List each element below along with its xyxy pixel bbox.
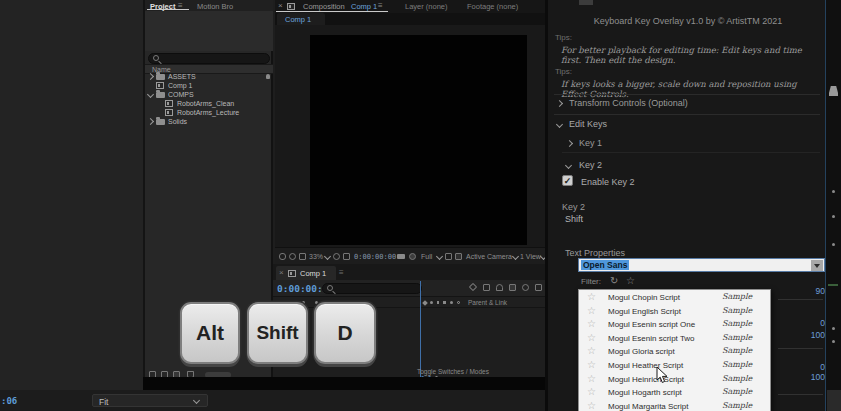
combobox-arrow-button[interactable] (811, 260, 823, 271)
viewer-tool-icon[interactable] (299, 253, 306, 260)
font-list-item[interactable]: ☆ Mogul Chopin Script Sample (579, 290, 771, 304)
section-key1[interactable]: Key 1 (579, 138, 602, 148)
transparency-grid-icon[interactable] (455, 253, 462, 260)
tab-composition-label[interactable]: Composition (303, 2, 345, 11)
star-icon[interactable]: ☆ (587, 332, 596, 343)
keycap-alt: Alt (180, 302, 240, 364)
ruler-icon[interactable] (343, 253, 350, 260)
switch-column-icon (457, 301, 460, 304)
enable-key2-checkbox[interactable]: ✓ (562, 175, 573, 186)
viewer-tool-icon[interactable] (279, 253, 286, 260)
tree-row-robotarms-clean[interactable]: RobotArms_Clean (145, 99, 273, 108)
magnification-dropdown[interactable]: Fit (92, 394, 208, 407)
choose-grid-icon[interactable] (333, 253, 340, 260)
composition-canvas[interactable] (310, 35, 527, 245)
chevron-down-icon[interactable] (147, 91, 154, 98)
keycap-d: D (314, 302, 376, 364)
show-channel-icon[interactable] (409, 253, 416, 260)
star-icon[interactable]: ☆ (587, 291, 596, 302)
bottom-bar: :06 Fit (0, 390, 545, 411)
region-of-interest-icon[interactable] (445, 253, 452, 260)
view-layout-value[interactable]: 1 View (520, 253, 541, 260)
property-value[interactable]: 90 (775, 286, 825, 296)
parent-link-column-label[interactable]: Parent & Link (468, 299, 507, 306)
right-edge-dot (832, 340, 835, 343)
graph-editor-icon[interactable] (535, 284, 542, 291)
star-filter-icon[interactable]: ☆ (626, 275, 635, 286)
font-list-item[interactable]: ☆ Mogul Hogarth script Sample (579, 385, 771, 399)
tab-motion-bro[interactable]: Motion Bro (197, 2, 233, 11)
bottom-timecode[interactable]: :06 (1, 396, 17, 406)
frame-blending-icon[interactable] (509, 284, 516, 291)
font-list-item[interactable]: ☆ Mogul English Script Sample (579, 304, 771, 318)
tab-composition-comp-name[interactable]: Comp 1 (351, 2, 377, 11)
viewer-timecode[interactable]: 0:00:00:00 (354, 253, 396, 261)
property-divider (778, 299, 823, 300)
tree-row-solids[interactable]: Solids (145, 117, 273, 126)
section-transform-controls[interactable]: Transform Controls (Optional) (569, 98, 688, 108)
right-edge-green-marker (828, 284, 838, 286)
left-empty-area (0, 0, 145, 390)
resolution-value[interactable]: Full (421, 253, 432, 260)
draft-3d-icon[interactable] (483, 284, 490, 291)
section-key2[interactable]: Key 2 (579, 160, 602, 170)
camera-view-value[interactable]: Active Camera (466, 253, 512, 260)
tree-row-robotarms-lecture[interactable]: RobotArms_Lecture (145, 108, 273, 117)
font-list-item[interactable]: ☆ Mogul Esenin script One Sample (579, 317, 771, 331)
section-divider (554, 114, 820, 115)
panel-menu-icon[interactable]: ≡ (378, 1, 383, 10)
close-icon[interactable]: × (279, 268, 284, 277)
project-search-input[interactable] (148, 53, 270, 64)
right-edge-dot (832, 190, 835, 193)
chevron-down-icon[interactable] (556, 121, 563, 128)
motion-blur-icon[interactable] (522, 284, 529, 291)
star-icon[interactable]: ☆ (587, 318, 596, 329)
star-icon[interactable]: ☆ (587, 386, 596, 397)
panel-menu-icon[interactable]: ≡ (339, 268, 344, 277)
viewer-subtab-comp1[interactable]: Comp 1 (277, 13, 325, 25)
viewer-zoom-value[interactable]: 33% (309, 253, 323, 260)
font-list-item[interactable]: ☆ Mogul Gloria script Sample (579, 344, 771, 358)
font-list-item[interactable]: ☆ Mogul Margarita Script Sample (579, 399, 771, 411)
chevron-down-icon[interactable] (565, 162, 572, 169)
hide-shy-layers-icon[interactable] (496, 284, 503, 291)
tree-row-comps[interactable]: COMPS (145, 90, 273, 99)
chevron-right-icon[interactable] (556, 100, 563, 107)
star-icon[interactable]: ☆ (587, 305, 596, 316)
section-edit-keys[interactable]: Edit Keys (569, 119, 607, 129)
star-icon[interactable]: ☆ (587, 345, 596, 356)
star-icon[interactable]: ☆ (587, 359, 596, 370)
tab-footage[interactable]: Footage (none) (467, 2, 518, 11)
toggle-switches-button[interactable]: Toggle Switches / Modes (417, 368, 489, 375)
current-time-indicator[interactable] (420, 281, 421, 377)
chevron-right-icon[interactable] (566, 140, 573, 147)
panel-tab-stub[interactable] (579, 0, 593, 5)
snapshot-camera-icon[interactable] (397, 254, 405, 259)
star-icon[interactable]: ☆ (587, 400, 596, 411)
font-list-item[interactable]: ☆ Mogul Esenin script Two Sample (579, 331, 771, 345)
property-value[interactable]: 100 (775, 372, 825, 382)
chevron-right-icon[interactable] (147, 118, 154, 125)
property-value[interactable]: 0 (775, 362, 825, 372)
font-list-item[interactable]: ☆ Mogul Heinrich Script Sample (579, 372, 771, 386)
tab-layer[interactable]: Layer (none) (405, 2, 448, 11)
font-list-item[interactable]: ☆ Mogul Heather Script Sample (579, 358, 771, 372)
chevron-right-icon[interactable] (147, 73, 154, 80)
font-name: Mogul Margarita Script (608, 402, 688, 411)
timeline-search-input[interactable] (322, 283, 422, 294)
key2-value-field[interactable]: Shift (565, 214, 583, 224)
tips-label: Tips: (555, 33, 572, 42)
property-value[interactable]: 100 (775, 330, 825, 340)
font-name: Mogul Gloria script (608, 347, 675, 356)
font-combobox[interactable]: Open Sans (578, 258, 825, 272)
star-icon[interactable]: ☆ (587, 373, 596, 384)
tree-row-comp1[interactable]: Comp 1 (145, 81, 273, 90)
timeline-tab-comp1[interactable]: × Comp 1 (276, 266, 336, 280)
font-name: Mogul Esenin script Two (608, 334, 695, 343)
tree-row-assets[interactable]: ASSETS (145, 72, 273, 81)
refresh-icon[interactable]: ↻ (610, 275, 618, 286)
composition-mini-flowchart-icon[interactable] (469, 283, 477, 291)
viewer-tool-icon[interactable] (289, 253, 296, 260)
close-icon[interactable]: × (278, 1, 283, 10)
property-value[interactable]: 0 (775, 318, 825, 328)
